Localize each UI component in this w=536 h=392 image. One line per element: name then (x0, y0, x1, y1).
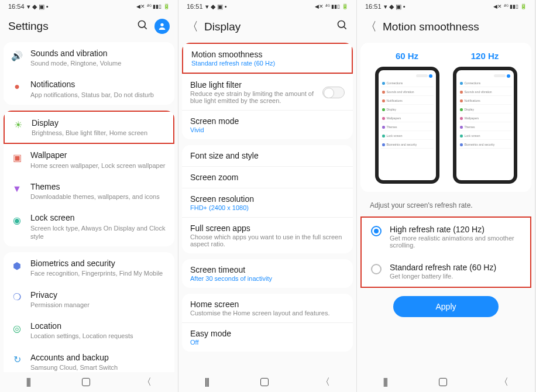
item-title: Location (30, 321, 167, 331)
status-bar: 16:51 ▾ ◆ ▣ • ◀✕ ⁴ᴳ ▮▮▯ 🔋 (357, 0, 535, 13)
item-title: Notifications (30, 79, 167, 90)
item-title: Motion smoothness (191, 50, 343, 59)
settings-item-themes[interactable]: ▼ Themes Downloadable themes, wallpapers… (4, 176, 174, 207)
radio-option-standard-refresh-rate-60-hz-[interactable]: Standard refresh rate (60 Hz) Get longer… (362, 256, 530, 287)
settings-item-wallpaper[interactable]: ▣ Wallpaper Home screen wallpaper, Lock … (4, 144, 174, 175)
status-bar: 16:54 ▾ ◆ ▣ • ◀✕ ⁴ᴳ ▮▮▯ 🔋 (0, 0, 178, 13)
nav-recent-button[interactable]: ||| (383, 377, 387, 387)
item-subtitle: After 30 seconds of inactivity (190, 275, 345, 282)
nav-home-button[interactable] (439, 378, 447, 386)
back-button[interactable]: 〈 (187, 19, 198, 35)
settings-item-sounds-and-vibration[interactable]: 🔊 Sounds and vibration Sound mode, Ringt… (4, 42, 174, 73)
description: Adjust your screen's refresh rate. (360, 198, 531, 216)
settings-item-lock-screen[interactable]: ◉ Lock screen Screen lock type, Always O… (4, 207, 174, 246)
settings-item-accounts-and-backup[interactable]: ↻ Accounts and backup Samsung Cloud, Sma… (4, 346, 174, 372)
item-subtitle: App notifications, Status bar, Do not di… (30, 91, 167, 99)
display-item-easy-mode[interactable]: Easy mode Off (182, 322, 353, 352)
display-item-motion-smoothness[interactable]: Motion smoothness Standard refresh rate … (182, 43, 353, 74)
radio-button[interactable] (371, 264, 382, 274)
settings-item-privacy[interactable]: ❍ Privacy Permission manager (4, 284, 174, 315)
ic-wallpaper-icon: ▣ (11, 151, 23, 164)
display-item-screen-timeout[interactable]: Screen timeout After 30 seconds of inact… (182, 259, 353, 288)
item-title: Home screen (190, 300, 345, 309)
item-subtitle: Standard refresh rate (60 Hz) (191, 60, 343, 67)
item-subtitle: Samsung Cloud, Smart Switch (30, 363, 167, 372)
display-item-font-size-and-style[interactable]: Font size and style (182, 145, 353, 166)
screen-settings: 16:54 ▾ ◆ ▣ • ◀✕ ⁴ᴳ ▮▮▯ 🔋 Settings 🔊 Sou… (0, 0, 178, 392)
display-item-home-screen[interactable]: Home screen Customise the Home screen la… (182, 294, 353, 322)
item-title: Display (32, 118, 166, 128)
status-time: 16:51 (365, 3, 382, 10)
svg-point-3 (338, 21, 345, 28)
radio-button[interactable] (371, 226, 382, 236)
item-title: Easy mode (190, 329, 345, 338)
settings-item-display[interactable]: ☀ Display Brightness, Blue light filter,… (4, 111, 174, 144)
ic-accounts-icon: ↻ (11, 353, 23, 366)
back-button[interactable]: 〈 (365, 19, 377, 35)
status-icons-left: ▾ ◆ ▣ • (205, 3, 227, 11)
item-title: Screen resolution (190, 194, 345, 204)
settings-item-biometrics-and-security[interactable]: ⬢ Biometrics and security Face recogniti… (4, 252, 174, 283)
page-title: Display (204, 20, 331, 33)
svg-line-1 (145, 26, 147, 29)
item-subtitle: Permission manager (30, 301, 167, 309)
svg-point-2 (160, 23, 163, 26)
settings-list[interactable]: 🔊 Sounds and vibration Sound mode, Ringt… (0, 42, 178, 372)
item-subtitle: Home screen wallpaper, Lock screen wallp… (30, 161, 167, 170)
header: 〈 Display (178, 13, 356, 43)
item-subtitle: Brightness, Blue light filter, Home scre… (32, 129, 166, 137)
item-title: Privacy (30, 290, 167, 300)
svg-point-0 (139, 20, 146, 27)
item-subtitle: Screen lock type, Always On Display and … (30, 224, 167, 241)
nav-bar: ||| 〈 (178, 372, 356, 392)
display-item-screen-zoom[interactable]: Screen zoom (182, 166, 353, 188)
header: Settings (0, 13, 178, 42)
screen-motion-smoothness: 16:51 ▾ ◆ ▣ • ◀✕ ⁴ᴳ ▮▮▯ 🔋 〈 Motion smoot… (357, 0, 535, 392)
nav-recent-button[interactable]: ||| (205, 377, 208, 387)
display-list[interactable]: Motion smoothness Standard refresh rate … (178, 43, 356, 372)
nav-home-button[interactable] (260, 378, 269, 386)
item-title: Accounts and backup (30, 352, 167, 363)
ic-location-icon: ◎ (11, 322, 23, 335)
settings-item-notifications[interactable]: ● Notifications App notifications, Statu… (4, 73, 174, 104)
preview-card: 60 Hz ConnectionsSounds and vibrationNot… (360, 43, 531, 192)
item-title: Lock screen (30, 212, 167, 223)
ic-privacy-icon: ❍ (11, 291, 23, 304)
item-subtitle: Vivid (190, 126, 345, 133)
ic-lock-icon: ◉ (11, 214, 23, 226)
item-subtitle: Face recognition, Fingerprints, Find My … (30, 269, 167, 277)
settings-item-location[interactable]: ◎ Location Location settings, Location r… (4, 315, 174, 346)
item-title: Wallpaper (30, 150, 167, 160)
preview-60hz: 60 Hz ConnectionsSounds and vibrationNot… (372, 51, 442, 184)
display-item-blue-light-filter[interactable]: Blue light filter Reduce eye strain by l… (182, 74, 353, 110)
search-icon[interactable] (336, 19, 348, 34)
search-icon[interactable] (137, 19, 149, 34)
avatar[interactable] (154, 19, 170, 34)
nav-back-button[interactable]: 〈 (499, 376, 508, 388)
item-title: Screen timeout (190, 265, 345, 274)
nav-bar: ||| 〈 (0, 372, 178, 392)
toggle-switch[interactable] (322, 87, 345, 98)
display-item-screen-mode[interactable]: Screen mode Vivid (182, 110, 353, 139)
ic-display-icon: ☀ (12, 119, 25, 132)
display-item-full-screen-apps[interactable]: Full screen apps Choose which apps you w… (182, 217, 353, 253)
nav-back-button[interactable]: 〈 (321, 376, 330, 388)
nav-back-button[interactable]: 〈 (142, 376, 152, 388)
item-subtitle: FHD+ (2400 x 1080) (190, 204, 345, 211)
item-title: Blue light filter (190, 80, 317, 90)
status-bar: 16:51 ▾ ◆ ▣ • ◀✕ ⁴ᴳ ▮▮▯ 🔋 (178, 0, 356, 13)
item-subtitle: Downloadable themes, wallpapers, and ico… (30, 192, 167, 201)
radio-option-high-refresh-rate-120-hz-[interactable]: High refresh rate (120 Hz) Get more real… (362, 218, 530, 256)
screen-display: 16:51 ▾ ◆ ▣ • ◀✕ ⁴ᴳ ▮▮▯ 🔋 〈 Display Moti… (178, 0, 357, 392)
options-highlight: High refresh rate (120 Hz) Get more real… (360, 216, 531, 288)
nav-home-button[interactable] (82, 378, 90, 386)
preview-120hz: 120 Hz ConnectionsSounds and vibrationNo… (450, 51, 520, 184)
item-title: Biometrics and security (30, 258, 167, 269)
nav-recent-button[interactable]: ||| (26, 377, 30, 387)
item-subtitle: Sound mode, Ringtone, Volume (30, 59, 167, 67)
status-icons-left: ▾ ◆ ▣ • (384, 3, 406, 11)
status-time: 16:54 (8, 3, 25, 10)
item-title: Themes (30, 181, 167, 192)
display-item-screen-resolution[interactable]: Screen resolution FHD+ (2400 x 1080) (182, 188, 353, 217)
apply-button[interactable]: Apply (393, 296, 499, 317)
